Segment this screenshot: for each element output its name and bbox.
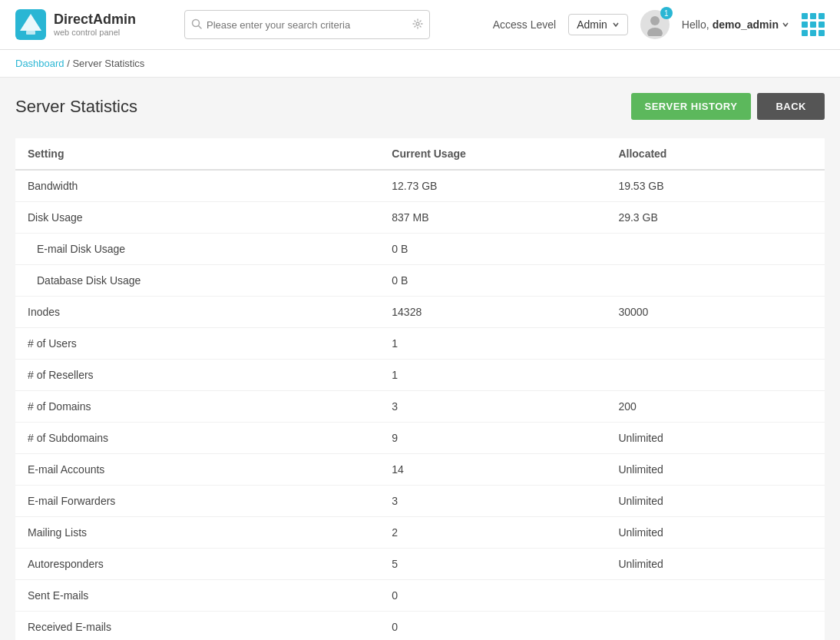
table-row: E-mail Disk Usage0 B (15, 234, 825, 265)
cell-setting: Sent E-mails (15, 580, 379, 612)
access-level-value: Admin (577, 18, 607, 31)
search-icon (191, 18, 202, 32)
cell-allocated (606, 360, 825, 391)
col-setting-header: Setting (15, 138, 379, 170)
page-header: Server Statistics SERVER HISTORY BACK (15, 93, 825, 120)
cell-allocated: 19.53 GB (606, 170, 825, 202)
username: demo_admin (713, 18, 779, 31)
cell-current: 0 (379, 580, 606, 612)
table-body: Bandwidth12.73 GB19.53 GBDisk Usage837 M… (15, 170, 825, 640)
cell-allocated: 200 (606, 391, 825, 423)
table-row: # of Subdomains9Unlimited (15, 423, 825, 454)
logo-text: DirectAdmin web control panel (54, 12, 136, 38)
cell-allocated: Unlimited (606, 549, 825, 580)
cell-setting: Autoresponders (15, 549, 379, 580)
cell-current: 0 (379, 612, 606, 641)
cell-setting: Bandwidth (15, 170, 379, 202)
breadcrumb: Dashboard / Server Statistics (0, 50, 840, 78)
apps-grid-icon[interactable] (802, 13, 825, 36)
cell-current: 837 MB (379, 202, 606, 234)
notification-badge: 1 (660, 7, 673, 19)
cell-setting: # of Domains (15, 391, 379, 423)
cell-current: 3 (379, 391, 606, 423)
cell-current: 9 (379, 423, 606, 454)
header: DirectAdmin web control panel Access Lev… (0, 0, 840, 50)
table-row: Bandwidth12.73 GB19.53 GB (15, 170, 825, 202)
cell-setting: Database Disk Usage (15, 265, 379, 297)
svg-point-5 (416, 22, 419, 25)
cell-current: 14328 (379, 297, 606, 328)
grid-dot (819, 13, 825, 19)
breadcrumb-dashboard[interactable]: Dashboard (15, 58, 64, 69)
grid-dot (819, 22, 825, 28)
search-input[interactable] (207, 19, 408, 31)
stats-table: Setting Current Usage Allocated Bandwidt… (15, 138, 825, 640)
table-row: Database Disk Usage0 B (15, 265, 825, 297)
table-row: Received E-mails0 (15, 612, 825, 641)
brand-sub: web control panel (54, 28, 136, 38)
hello-text: Hello, (682, 18, 709, 31)
server-history-button[interactable]: SERVER HISTORY (631, 93, 752, 120)
cell-allocated (606, 234, 825, 265)
cell-current: 0 B (379, 265, 606, 297)
cell-setting: # of Users (15, 328, 379, 360)
table-row: Autoresponders5Unlimited (15, 549, 825, 580)
svg-point-6 (650, 16, 660, 25)
cell-allocated: 30000 (606, 297, 825, 328)
breadcrumb-current: Server Statistics (72, 58, 144, 69)
access-level-dropdown[interactable]: Admin (568, 14, 628, 35)
cell-current: 1 (379, 360, 606, 391)
header-buttons: SERVER HISTORY BACK (631, 93, 825, 120)
svg-rect-2 (26, 31, 35, 35)
cell-allocated: Unlimited (606, 454, 825, 486)
cell-allocated (606, 580, 825, 612)
table-row: # of Domains3200 (15, 391, 825, 423)
table-row: # of Users1 (15, 328, 825, 360)
gear-icon[interactable] (412, 18, 423, 32)
table-header-row: Setting Current Usage Allocated (15, 138, 825, 170)
col-current-header: Current Usage (379, 138, 606, 170)
cell-setting: E-mail Accounts (15, 454, 379, 486)
cell-current: 0 B (379, 234, 606, 265)
chevron-down-icon (612, 21, 620, 28)
cell-allocated: Unlimited (606, 517, 825, 549)
svg-line-4 (199, 25, 202, 28)
cell-current: 1 (379, 328, 606, 360)
table-row: Disk Usage837 MB29.3 GB (15, 202, 825, 234)
page-title: Server Statistics (15, 97, 137, 117)
cell-setting: E-mail Forwarders (15, 486, 379, 517)
brand-name: DirectAdmin (54, 12, 136, 28)
cell-allocated (606, 612, 825, 641)
cell-allocated: Unlimited (606, 423, 825, 454)
table-row: Mailing Lists2Unlimited (15, 517, 825, 549)
table-row: E-mail Forwarders3Unlimited (15, 486, 825, 517)
cell-current: 12.73 GB (379, 170, 606, 202)
table-row: Sent E-mails0 (15, 580, 825, 612)
cell-setting: # of Subdomains (15, 423, 379, 454)
back-button[interactable]: BACK (757, 93, 825, 120)
grid-dot (819, 30, 825, 36)
search-bar (184, 10, 430, 39)
col-allocated-header: Allocated (606, 138, 825, 170)
cell-allocated (606, 328, 825, 360)
grid-dot (810, 22, 816, 28)
grid-dot (802, 22, 808, 28)
header-right: Access Level Admin 1 Hello, demo_admin (493, 10, 825, 39)
table-row: E-mail Accounts14Unlimited (15, 454, 825, 486)
user-menu[interactable]: Hello, demo_admin (682, 18, 789, 31)
logo-icon (15, 9, 46, 40)
logo-area: DirectAdmin web control panel (15, 9, 169, 40)
grid-dot (810, 13, 816, 19)
user-chevron-down-icon (782, 21, 789, 28)
svg-point-7 (647, 28, 663, 36)
cell-setting: # of Resellers (15, 360, 379, 391)
access-level-label: Access Level (493, 18, 556, 31)
cell-current: 5 (379, 549, 606, 580)
cell-setting: Received E-mails (15, 612, 379, 641)
cell-current: 3 (379, 486, 606, 517)
cell-current: 14 (379, 454, 606, 486)
breadcrumb-separator: / (64, 58, 73, 69)
table-row: # of Resellers1 (15, 360, 825, 391)
grid-dot (802, 30, 808, 36)
avatar-wrap: 1 (640, 10, 670, 39)
